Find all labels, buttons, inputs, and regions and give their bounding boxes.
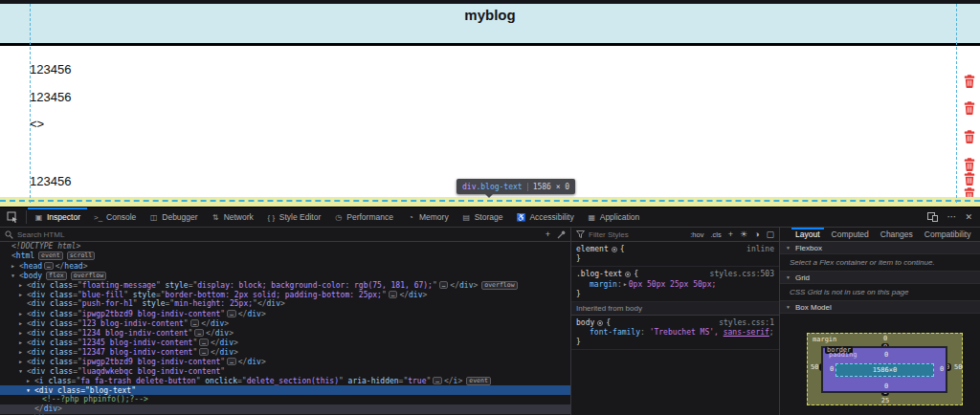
markup-row[interactable]: ▶<head…</head> — [0, 261, 570, 271]
trash-icon[interactable] — [964, 101, 975, 115]
expand-closed-icon[interactable]: ▶ — [19, 309, 27, 318]
boxmodel-content-box[interactable]: 1586×0 — [835, 363, 934, 377]
collapsed-ellipsis-icon[interactable]: … — [433, 377, 442, 384]
padding-left-value[interactable]: 0 — [830, 365, 834, 373]
markup-searchbar[interactable]: Search HTML + — [0, 228, 570, 242]
padding-bottom-value[interactable]: 0 — [884, 382, 888, 390]
css-declaration[interactable]: font-family: 'Trebuchet MS', sans-serif; — [576, 328, 774, 338]
markup-row[interactable]: ▶<div class="12347 blog-indiv-content"…<… — [0, 347, 570, 357]
css-declaration[interactable]: margin:▶0px 50px 25px 50px; — [576, 279, 774, 290]
collapsed-ellipsis-icon[interactable]: … — [227, 358, 236, 365]
class-toggle[interactable]: .cls — [710, 230, 721, 239]
tab-accessibility[interactable]: ♿Accessibility — [509, 208, 580, 227]
expand-closed-icon[interactable]: ▶ — [19, 328, 27, 338]
tab-performance[interactable]: ◷Performance — [327, 208, 400, 227]
add-rule-icon[interactable]: + — [728, 230, 733, 239]
search-input[interactable]: Search HTML — [17, 230, 64, 239]
tab-changes[interactable]: Changes — [875, 228, 919, 241]
collapsed-ellipsis-icon[interactable]: … — [190, 319, 200, 327]
grid-section-header[interactable]: ▼Grid — [780, 272, 980, 284]
dark-theme-sim-icon[interactable]: ◑ — [754, 230, 759, 239]
expand-shorthand-icon[interactable]: ▶ — [624, 281, 627, 287]
print-media-sim-icon[interactable]: ▢ — [766, 230, 774, 239]
node-badge[interactable]: overflow — [71, 272, 106, 280]
rule-blog-text[interactable]: .blog-text{ styles.css:503 margin:▶0px 5… — [571, 267, 779, 302]
markup-row[interactable]: ▼<div class="luaqdwkebqc blog-indiv-cont… — [0, 366, 570, 376]
rule-body[interactable]: body{ styles.css:1 font-family: 'Trebuch… — [571, 316, 779, 350]
collapsed-ellipsis-icon[interactable]: … — [389, 291, 398, 298]
expand-closed-icon[interactable]: ▶ — [19, 290, 27, 299]
markup-row[interactable]: ▶<div class="blue-fill" style="border-bo… — [0, 290, 570, 299]
trash-icon[interactable] — [964, 75, 975, 88]
markup-row[interactable]: ▶<div class="12345 blog-indiv-content"…<… — [0, 338, 570, 347]
flexbox-section-header[interactable]: ▼Flexbox — [780, 242, 980, 254]
markup-row[interactable]: ▶<div class="floating-message" style="di… — [0, 280, 570, 290]
expand-closed-icon[interactable]: ▶ — [19, 338, 27, 347]
meatball-menu-icon[interactable]: ⋯ — [947, 212, 956, 222]
node-badge[interactable]: overflow — [481, 281, 517, 290]
tab-debugger[interactable]: ◫Debugger — [143, 208, 204, 227]
expand-open-icon[interactable]: ▼ — [11, 271, 19, 280]
collapsed-ellipsis-icon[interactable]: … — [194, 329, 204, 337]
collapsed-ellipsis-icon[interactable]: … — [44, 262, 54, 270]
node-badge[interactable]: event — [38, 251, 63, 260]
rule-location[interactable]: styles.css:1 — [719, 318, 774, 328]
close-icon[interactable]: ✕ — [965, 213, 972, 222]
markup-row[interactable]: ▶<div class="1234 blog-indiv-content"…</… — [0, 328, 570, 338]
node-badge[interactable]: scroll — [67, 251, 95, 260]
boxmodel-section-header[interactable]: ▼Box Model — [780, 301, 980, 314]
gear-icon[interactable] — [597, 320, 603, 326]
markup-row[interactable]: <!--?php phpinfo();?--> — [0, 395, 570, 404]
markup-row[interactable]: <div class="push-for-h1" style="min-heig… — [0, 299, 570, 309]
markup-row[interactable]: ▼<div class="blog-text" — [0, 385, 570, 395]
markup-row[interactable]: <!DOCTYPE html> — [0, 242, 570, 251]
node-badge[interactable]: flex — [46, 272, 67, 280]
markup-row[interactable]: <htmleventscroll — [0, 251, 570, 261]
rules-filterbar[interactable]: Filter Styles :hov .cls + ☀ ◑ ▢ — [571, 228, 779, 242]
rule-element[interactable]: element{ inline } — [571, 242, 779, 267]
margin-right-value[interactable]: 50 — [954, 363, 962, 371]
trash-icon[interactable] — [964, 130, 975, 143]
boxmodel-border-box[interactable]: border padding 0 0 0 0 1586×0 — [821, 346, 947, 393]
tab-application[interactable]: ▦Application — [581, 208, 647, 227]
padding-right-value[interactable]: 0 — [940, 365, 944, 373]
tab-storage[interactable]: ▤Storage — [456, 208, 510, 227]
tab-layout[interactable]: Layout — [790, 228, 826, 241]
expand-closed-icon[interactable]: ▶ — [19, 357, 27, 366]
trash-icon[interactable] — [964, 158, 975, 171]
eyedropper-icon[interactable] — [557, 230, 566, 239]
gear-icon[interactable] — [625, 272, 631, 277]
collapsed-ellipsis-icon[interactable]: … — [199, 339, 209, 346]
margin-left-value[interactable]: 50 — [811, 363, 818, 371]
markup-row[interactable]: ▶<div class="ipwgp2tbzd9 blog-indiv-cont… — [0, 357, 570, 366]
expand-closed-icon[interactable]: ▶ — [27, 376, 34, 385]
markup-row[interactable]: </div> — [0, 404, 570, 414]
markup-row[interactable]: ▶<div class="ipwgp2tbzd9 blog-indiv-cont… — [0, 309, 570, 318]
expand-closed-icon[interactable]: ▶ — [19, 318, 27, 328]
pseudo-class-toggle[interactable]: :hov — [690, 230, 703, 239]
responsive-design-icon[interactable] — [927, 212, 938, 222]
tab-inspector[interactable]: ▣Inspector — [28, 208, 87, 227]
expand-closed-icon[interactable]: ▶ — [19, 347, 27, 357]
tab-console[interactable]: >_Console — [87, 208, 143, 227]
collapsed-ellipsis-icon[interactable]: … — [227, 310, 236, 317]
pick-element-button[interactable] — [0, 208, 25, 227]
expand-open-icon[interactable]: ▼ — [27, 385, 34, 395]
tab-network[interactable]: ⇅Network — [205, 208, 260, 227]
tab-style-editor[interactable]: { }Style Editor — [260, 208, 327, 227]
gear-icon[interactable] — [612, 247, 617, 252]
expand-closed-icon[interactable]: ▶ — [11, 261, 19, 271]
padding-top-value[interactable]: 0 — [884, 351, 888, 359]
rule-location[interactable]: styles.css:503 — [710, 270, 774, 279]
light-theme-sim-icon[interactable]: ☀ — [740, 230, 747, 239]
node-badge[interactable]: event — [466, 377, 491, 385]
add-node-icon[interactable]: + — [546, 230, 550, 239]
markup-row[interactable]: ▼<bodyflexoverflow — [0, 271, 570, 280]
tab-computed[interactable]: Computed — [826, 228, 875, 241]
expand-closed-icon[interactable]: ▶ — [19, 280, 27, 290]
markup-row[interactable]: ▶<i class="fa fa-trash delete-button" on… — [0, 376, 570, 385]
trash-icon[interactable] — [964, 172, 975, 186]
filter-styles-input[interactable]: Filter Styles — [589, 230, 629, 239]
expand-open-icon[interactable]: ▼ — [19, 366, 27, 376]
margin-bottom-value[interactable]: 25 — [881, 397, 889, 404]
